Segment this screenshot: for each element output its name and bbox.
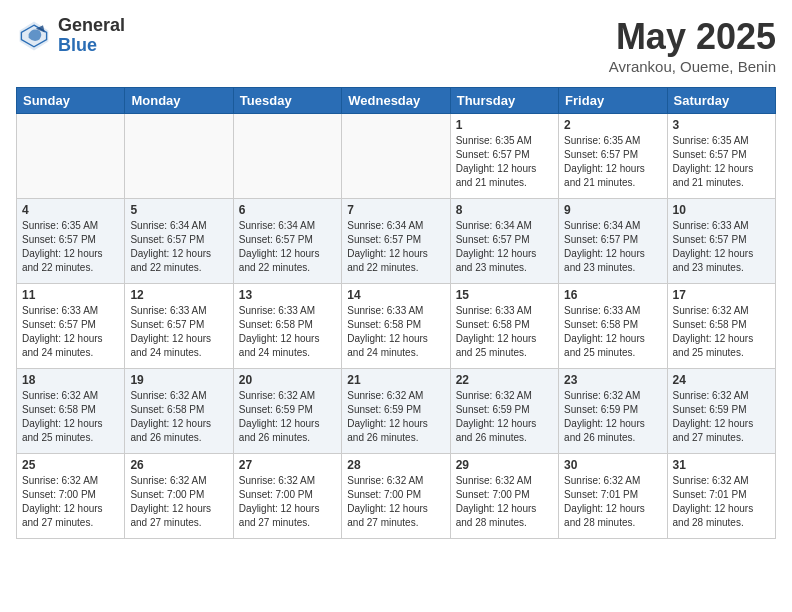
logo-general: General (58, 16, 125, 36)
day-info: Sunrise: 6:35 AM Sunset: 6:57 PM Dayligh… (22, 219, 119, 275)
day-number: 14 (347, 288, 444, 302)
day-info: Sunrise: 6:32 AM Sunset: 6:59 PM Dayligh… (564, 389, 661, 445)
day-number: 1 (456, 118, 553, 132)
day-info: Sunrise: 6:34 AM Sunset: 6:57 PM Dayligh… (456, 219, 553, 275)
day-number: 23 (564, 373, 661, 387)
day-number: 19 (130, 373, 227, 387)
weekday-header: Thursday (450, 88, 558, 114)
day-info: Sunrise: 6:35 AM Sunset: 6:57 PM Dayligh… (456, 134, 553, 190)
calendar-cell: 22Sunrise: 6:32 AM Sunset: 6:59 PM Dayli… (450, 369, 558, 454)
day-info: Sunrise: 6:35 AM Sunset: 6:57 PM Dayligh… (673, 134, 770, 190)
day-number: 7 (347, 203, 444, 217)
calendar-cell (125, 114, 233, 199)
weekday-header: Saturday (667, 88, 775, 114)
weekday-header-row: SundayMondayTuesdayWednesdayThursdayFrid… (17, 88, 776, 114)
calendar-cell: 6Sunrise: 6:34 AM Sunset: 6:57 PM Daylig… (233, 199, 341, 284)
day-number: 10 (673, 203, 770, 217)
day-number: 17 (673, 288, 770, 302)
calendar-week-row: 1Sunrise: 6:35 AM Sunset: 6:57 PM Daylig… (17, 114, 776, 199)
day-number: 5 (130, 203, 227, 217)
day-number: 16 (564, 288, 661, 302)
day-number: 8 (456, 203, 553, 217)
day-info: Sunrise: 6:32 AM Sunset: 6:58 PM Dayligh… (130, 389, 227, 445)
day-info: Sunrise: 6:34 AM Sunset: 6:57 PM Dayligh… (239, 219, 336, 275)
day-info: Sunrise: 6:32 AM Sunset: 7:00 PM Dayligh… (347, 474, 444, 530)
day-number: 22 (456, 373, 553, 387)
calendar-cell: 31Sunrise: 6:32 AM Sunset: 7:01 PM Dayli… (667, 454, 775, 539)
day-info: Sunrise: 6:33 AM Sunset: 6:58 PM Dayligh… (564, 304, 661, 360)
calendar-cell: 27Sunrise: 6:32 AM Sunset: 7:00 PM Dayli… (233, 454, 341, 539)
day-number: 11 (22, 288, 119, 302)
calendar-table: SundayMondayTuesdayWednesdayThursdayFrid… (16, 87, 776, 539)
day-number: 2 (564, 118, 661, 132)
day-info: Sunrise: 6:32 AM Sunset: 6:58 PM Dayligh… (22, 389, 119, 445)
calendar-cell: 18Sunrise: 6:32 AM Sunset: 6:58 PM Dayli… (17, 369, 125, 454)
day-info: Sunrise: 6:34 AM Sunset: 6:57 PM Dayligh… (347, 219, 444, 275)
title-block: May 2025 Avrankou, Oueme, Benin (609, 16, 776, 75)
calendar-cell: 19Sunrise: 6:32 AM Sunset: 6:58 PM Dayli… (125, 369, 233, 454)
day-number: 12 (130, 288, 227, 302)
day-info: Sunrise: 6:33 AM Sunset: 6:58 PM Dayligh… (239, 304, 336, 360)
calendar-cell: 28Sunrise: 6:32 AM Sunset: 7:00 PM Dayli… (342, 454, 450, 539)
day-info: Sunrise: 6:32 AM Sunset: 7:01 PM Dayligh… (564, 474, 661, 530)
day-number: 24 (673, 373, 770, 387)
calendar-cell: 2Sunrise: 6:35 AM Sunset: 6:57 PM Daylig… (559, 114, 667, 199)
day-info: Sunrise: 6:32 AM Sunset: 6:59 PM Dayligh… (673, 389, 770, 445)
calendar-cell (17, 114, 125, 199)
day-info: Sunrise: 6:35 AM Sunset: 6:57 PM Dayligh… (564, 134, 661, 190)
calendar-week-row: 25Sunrise: 6:32 AM Sunset: 7:00 PM Dayli… (17, 454, 776, 539)
calendar-cell: 25Sunrise: 6:32 AM Sunset: 7:00 PM Dayli… (17, 454, 125, 539)
calendar-week-row: 11Sunrise: 6:33 AM Sunset: 6:57 PM Dayli… (17, 284, 776, 369)
calendar-cell: 29Sunrise: 6:32 AM Sunset: 7:00 PM Dayli… (450, 454, 558, 539)
day-number: 28 (347, 458, 444, 472)
day-info: Sunrise: 6:33 AM Sunset: 6:57 PM Dayligh… (22, 304, 119, 360)
calendar-cell: 20Sunrise: 6:32 AM Sunset: 6:59 PM Dayli… (233, 369, 341, 454)
day-info: Sunrise: 6:33 AM Sunset: 6:58 PM Dayligh… (347, 304, 444, 360)
day-number: 26 (130, 458, 227, 472)
day-number: 18 (22, 373, 119, 387)
calendar-cell: 16Sunrise: 6:33 AM Sunset: 6:58 PM Dayli… (559, 284, 667, 369)
day-number: 21 (347, 373, 444, 387)
calendar-cell: 30Sunrise: 6:32 AM Sunset: 7:01 PM Dayli… (559, 454, 667, 539)
day-info: Sunrise: 6:32 AM Sunset: 7:01 PM Dayligh… (673, 474, 770, 530)
calendar-cell: 11Sunrise: 6:33 AM Sunset: 6:57 PM Dayli… (17, 284, 125, 369)
day-info: Sunrise: 6:33 AM Sunset: 6:57 PM Dayligh… (130, 304, 227, 360)
calendar-cell: 15Sunrise: 6:33 AM Sunset: 6:58 PM Dayli… (450, 284, 558, 369)
calendar-cell: 3Sunrise: 6:35 AM Sunset: 6:57 PM Daylig… (667, 114, 775, 199)
day-info: Sunrise: 6:32 AM Sunset: 7:00 PM Dayligh… (22, 474, 119, 530)
day-number: 15 (456, 288, 553, 302)
logo-icon (16, 18, 52, 54)
day-info: Sunrise: 6:32 AM Sunset: 6:58 PM Dayligh… (673, 304, 770, 360)
logo-blue: Blue (58, 36, 125, 56)
day-info: Sunrise: 6:32 AM Sunset: 7:00 PM Dayligh… (239, 474, 336, 530)
logo-text: General Blue (58, 16, 125, 56)
weekday-header: Friday (559, 88, 667, 114)
calendar-cell: 8Sunrise: 6:34 AM Sunset: 6:57 PM Daylig… (450, 199, 558, 284)
weekday-header: Wednesday (342, 88, 450, 114)
calendar-cell: 7Sunrise: 6:34 AM Sunset: 6:57 PM Daylig… (342, 199, 450, 284)
month-title: May 2025 (609, 16, 776, 58)
day-info: Sunrise: 6:32 AM Sunset: 6:59 PM Dayligh… (347, 389, 444, 445)
calendar-cell (233, 114, 341, 199)
calendar-week-row: 18Sunrise: 6:32 AM Sunset: 6:58 PM Dayli… (17, 369, 776, 454)
day-number: 3 (673, 118, 770, 132)
day-number: 31 (673, 458, 770, 472)
calendar-cell (342, 114, 450, 199)
day-number: 13 (239, 288, 336, 302)
calendar-cell: 5Sunrise: 6:34 AM Sunset: 6:57 PM Daylig… (125, 199, 233, 284)
calendar-cell: 1Sunrise: 6:35 AM Sunset: 6:57 PM Daylig… (450, 114, 558, 199)
calendar-cell: 14Sunrise: 6:33 AM Sunset: 6:58 PM Dayli… (342, 284, 450, 369)
day-number: 25 (22, 458, 119, 472)
calendar-cell: 12Sunrise: 6:33 AM Sunset: 6:57 PM Dayli… (125, 284, 233, 369)
calendar-week-row: 4Sunrise: 6:35 AM Sunset: 6:57 PM Daylig… (17, 199, 776, 284)
day-info: Sunrise: 6:32 AM Sunset: 7:00 PM Dayligh… (130, 474, 227, 530)
calendar-cell: 17Sunrise: 6:32 AM Sunset: 6:58 PM Dayli… (667, 284, 775, 369)
weekday-header: Tuesday (233, 88, 341, 114)
day-number: 4 (22, 203, 119, 217)
calendar-cell: 21Sunrise: 6:32 AM Sunset: 6:59 PM Dayli… (342, 369, 450, 454)
calendar-cell: 9Sunrise: 6:34 AM Sunset: 6:57 PM Daylig… (559, 199, 667, 284)
day-info: Sunrise: 6:34 AM Sunset: 6:57 PM Dayligh… (130, 219, 227, 275)
day-info: Sunrise: 6:33 AM Sunset: 6:58 PM Dayligh… (456, 304, 553, 360)
calendar-cell: 4Sunrise: 6:35 AM Sunset: 6:57 PM Daylig… (17, 199, 125, 284)
day-info: Sunrise: 6:32 AM Sunset: 7:00 PM Dayligh… (456, 474, 553, 530)
